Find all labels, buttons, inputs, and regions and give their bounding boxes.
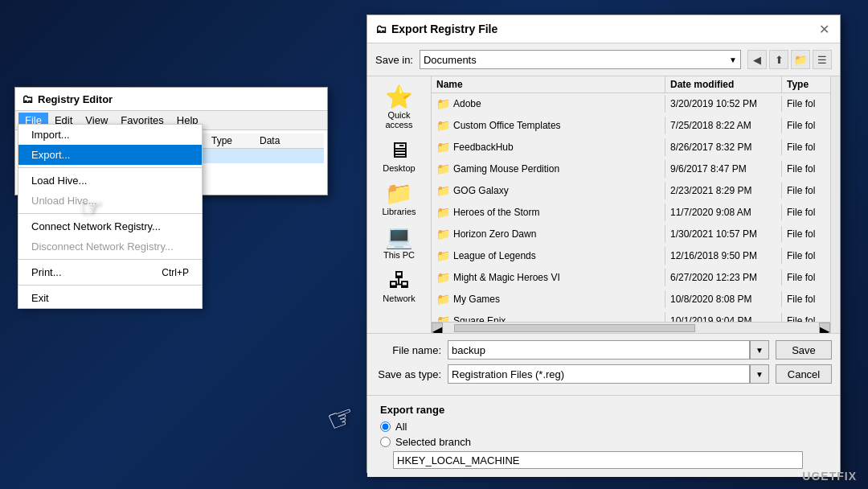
folder-icon: 📁 <box>436 206 450 219</box>
table-row[interactable]: 📁 Might & Magic Heroes VI 6/27/2020 12:2… <box>432 267 830 289</box>
vertical-scrollbar[interactable] <box>830 76 840 333</box>
desktop-icon: 🖥 <box>388 139 411 162</box>
sidebar-network[interactable]: 🖧 Network <box>371 266 428 306</box>
view-button[interactable]: ☰ <box>813 50 832 69</box>
col-data-header: Data <box>260 135 321 146</box>
network-icon: 🖧 <box>388 269 411 292</box>
hscroll-thumb[interactable] <box>454 324 695 332</box>
file-name-cell: 📁 FeedbackHub <box>432 138 665 156</box>
file-name-cell: 📁 Might & Magic Heroes VI <box>432 269 665 286</box>
dialog-icon: 🗂 <box>375 23 387 35</box>
watermark: UGETFIX <box>802 470 857 483</box>
separator-1 <box>18 167 202 168</box>
file-name-cell: 📁 Horizon Zero Dawn <box>432 225 665 243</box>
save-in-chevron: ▼ <box>729 55 737 64</box>
desktop-label: Desktop <box>383 163 415 173</box>
file-type-cell: File fol <box>782 248 830 264</box>
file-dropdown-menu: Import... Export... Load Hive... Unload … <box>18 124 203 309</box>
folder-icon: 📁 <box>436 97 450 110</box>
table-row[interactable]: 📁 Custom Office Templates 7/25/2018 8:22… <box>432 115 830 137</box>
file-date-cell: 1/30/2021 10:57 PM <box>665 226 782 242</box>
header-date: Date modified <box>665 76 782 92</box>
save-as-type-dropdown[interactable]: ▼ <box>750 364 769 384</box>
table-row[interactable]: 📁 Gaming Mouse Perdition 9/6/2017 8:47 P… <box>432 158 830 180</box>
cancel-button[interactable]: Cancel <box>776 364 832 384</box>
file-name-label: File name: <box>375 344 448 356</box>
file-date-cell: 8/26/2017 8:32 PM <box>665 139 782 155</box>
table-row[interactable]: 📁 Horizon Zero Dawn 1/30/2021 10:57 PM F… <box>432 224 830 245</box>
file-name-text: Custom Office Templates <box>453 120 561 131</box>
new-folder-button[interactable]: 📁 <box>791 50 810 69</box>
hscroll-left[interactable]: ◀ <box>432 323 443 334</box>
file-name-dropdown[interactable]: ▼ <box>750 340 769 360</box>
table-row[interactable]: 📁 Adobe 3/20/2019 10:52 PM File fol <box>432 93 830 115</box>
save-in-bar: Save in: Documents ▼ ◀ ⬆ 📁 ☰ <box>367 43 840 76</box>
file-type-cell: File fol <box>782 269 830 286</box>
cursor-arrow-2: ☞ <box>323 397 361 440</box>
horizontal-scrollbar[interactable]: ◀ ▶ <box>432 322 830 333</box>
sidebar-quick-access[interactable]: ⭐ Quick access <box>371 83 428 133</box>
registry-editor-titlebar: 🗂 Registry Editor <box>15 88 327 111</box>
file-name-cell: 📁 GOG Galaxy <box>432 182 665 199</box>
branch-input[interactable] <box>393 451 803 469</box>
folder-icon: 📁 <box>436 119 450 132</box>
menu-connect-network[interactable]: Connect Network Registry... <box>18 216 202 236</box>
save-button[interactable]: Save <box>776 340 832 360</box>
radio-all-row: All <box>380 421 832 433</box>
file-date-cell: 11/7/2020 9:08 AM <box>665 204 782 220</box>
close-button[interactable]: ✕ <box>816 21 832 37</box>
separator-4 <box>18 285 202 286</box>
menu-print[interactable]: Print... Ctrl+P <box>18 262 202 282</box>
hscroll-right[interactable]: ▶ <box>819 323 830 334</box>
menu-print-label: Print... <box>31 266 62 278</box>
sidebar-desktop[interactable]: 🖥 Desktop <box>371 136 428 176</box>
file-type-cell: File fol <box>782 291 830 307</box>
table-row[interactable]: 📁 GOG Galaxy 2/23/2021 8:29 PM File fol <box>432 180 830 202</box>
file-name-text: FeedbackHub <box>453 142 514 153</box>
radio-all[interactable] <box>380 421 391 432</box>
up-button[interactable]: ⬆ <box>769 50 788 69</box>
sidebar-libraries[interactable]: 📁 Libraries <box>371 179 428 220</box>
file-type-cell: File fol <box>782 117 830 134</box>
table-row[interactable]: 📁 League of Legends 12/16/2018 9:50 PM F… <box>432 245 830 267</box>
file-name-cell: 📁 Custom Office Templates <box>432 117 665 134</box>
separator-2 <box>18 213 202 214</box>
file-type-cell: File fol <box>782 226 830 242</box>
file-type-cell: File fol <box>782 161 830 177</box>
file-name-cell: 📁 Gaming Mouse Perdition <box>432 160 665 178</box>
file-type-cell: File fol <box>782 139 830 155</box>
save-as-type-input[interactable] <box>448 364 750 384</box>
folder-icon: 📁 <box>436 271 450 284</box>
menu-export[interactable]: Export... <box>18 145 202 165</box>
col-type-header: Type <box>211 135 260 146</box>
libraries-label: Libraries <box>382 207 416 216</box>
this-pc-label: This PC <box>383 250 415 260</box>
folder-icon: 📁 <box>436 228 450 240</box>
folder-icon: 📁 <box>436 184 450 197</box>
table-row[interactable]: 📁 Square Enix 10/1/2019 9:04 PM File fol <box>432 310 830 322</box>
file-name-text: Gaming Mouse Perdition <box>453 163 559 175</box>
menu-load-hive[interactable]: Load Hive... <box>18 171 202 191</box>
radio-selected-row: Selected branch <box>380 436 832 448</box>
back-button[interactable]: ◀ <box>747 50 767 69</box>
file-list-header: Name Date modified Type <box>432 76 830 93</box>
save-as-type-row: Save as type: ▼ Cancel <box>375 364 832 384</box>
file-name-text: GOG Galaxy <box>453 185 509 196</box>
save-in-dropdown[interactable]: Documents ▼ <box>420 50 741 69</box>
menu-exit[interactable]: Exit <box>18 288 202 308</box>
file-date-cell: 2/23/2021 8:29 PM <box>665 183 782 199</box>
file-name-cell: 📁 My Games <box>432 290 665 308</box>
folder-icon: 📁 <box>436 162 450 175</box>
radio-selected[interactable] <box>380 437 391 447</box>
header-name: Name <box>432 76 665 92</box>
quick-access-label: Quick access <box>374 110 425 129</box>
file-type-cell: File fol <box>782 183 830 199</box>
sidebar-this-pc[interactable]: 💻 This PC <box>371 223 428 263</box>
file-name-text: Horizon Zero Dawn <box>453 228 536 240</box>
menu-import[interactable]: Import... <box>18 125 202 145</box>
file-name-input[interactable] <box>448 340 750 360</box>
save-in-label: Save in: <box>375 54 413 66</box>
table-row[interactable]: 📁 Heroes of the Storm 11/7/2020 9:08 AM … <box>432 202 830 224</box>
table-row[interactable]: 📁 FeedbackHub 8/26/2017 8:32 PM File fol <box>432 137 830 158</box>
table-row[interactable]: 📁 My Games 10/8/2020 8:08 PM File fol <box>432 289 830 310</box>
